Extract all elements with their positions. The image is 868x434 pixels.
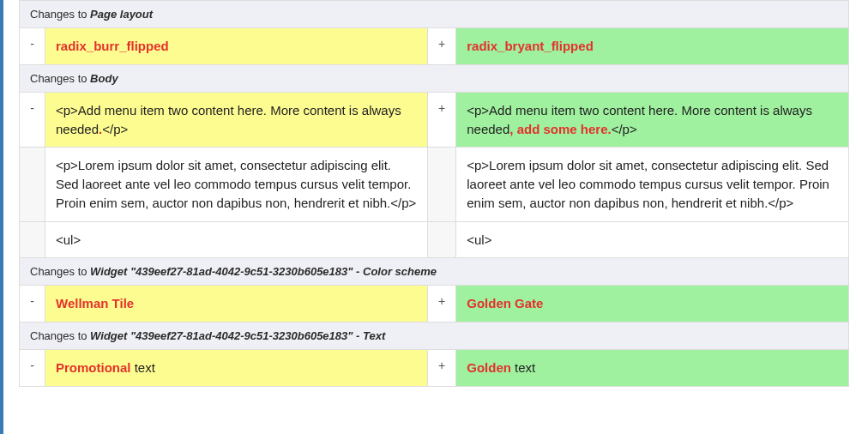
added-text: text	[511, 360, 535, 375]
removed-cell: radix_burr_flipped	[45, 28, 428, 65]
minus-sign: -	[20, 286, 45, 322]
left-accent-strip	[0, 0, 3, 406]
plus-sign: +	[428, 28, 456, 65]
diff-row: - Promotional text + Golden text	[20, 350, 849, 387]
section-title: Widget "439eef27-81ad-4042-9c51-3230b605…	[90, 329, 385, 342]
section-header: Changes to Body	[20, 64, 849, 92]
context-sign	[20, 148, 45, 221]
section-header: Changes to Widget "439eef27-81ad-4042-9c…	[20, 258, 849, 286]
diff-row: - <p>Add menu item two content here. Mor…	[20, 92, 849, 148]
removed-highlight: Promotional	[56, 360, 131, 375]
diff-row: - radix_burr_flipped + radix_bryant_flip…	[20, 28, 849, 65]
minus-sign: -	[20, 92, 45, 148]
plus-sign: +	[428, 286, 456, 322]
removed-cell: Promotional text	[45, 350, 428, 387]
context-sign	[428, 148, 456, 221]
added-cell: Golden text	[456, 350, 849, 387]
section-title: Body	[90, 72, 118, 85]
section-title: Widget "439eef27-81ad-4042-9c51-3230b605…	[90, 265, 437, 278]
removed-text-post: </p>	[102, 122, 128, 136]
removed-highlight: radix_burr_flipped	[56, 39, 169, 53]
minus-sign: -	[20, 28, 45, 65]
section-prefix: Changes to	[30, 72, 90, 85]
section-prefix: Changes to	[30, 8, 90, 21]
removed-highlight: Wellman Tile	[56, 296, 134, 310]
section-header: Changes to Widget "439eef27-81ad-4042-9c…	[20, 322, 849, 350]
section-prefix: Changes to	[30, 265, 90, 278]
context-left: <ul>	[45, 221, 428, 258]
diff-table: Changes to Page layout - radix_burr_flip…	[19, 0, 849, 387]
added-highlight: radix_bryant_flipped	[467, 39, 594, 53]
added-text-post: </p>	[612, 122, 637, 136]
added-highlight: , add some here.	[509, 122, 611, 136]
context-row: <p>Lorem ipsum dolor sit amet, consectet…	[20, 148, 849, 221]
removed-cell: <p>Add menu item two content here. More …	[45, 92, 428, 148]
added-highlight: Golden Gate	[467, 296, 543, 310]
context-right: <p>Lorem ipsum dolor sit amet, consectet…	[456, 148, 849, 221]
section-prefix: Changes to	[30, 329, 90, 342]
added-cell: radix_bryant_flipped	[456, 28, 849, 65]
context-right: <ul>	[456, 221, 849, 258]
minus-sign: -	[20, 350, 45, 387]
context-left: <p>Lorem ipsum dolor sit amet, consectet…	[45, 148, 428, 221]
plus-sign: +	[428, 350, 456, 387]
section-title: Page layout	[90, 8, 153, 21]
context-sign	[428, 221, 456, 258]
context-sign	[20, 221, 45, 258]
added-cell: <p>Add menu item two content here. More …	[456, 92, 849, 148]
diff-row: - Wellman Tile + Golden Gate	[20, 286, 849, 322]
removed-cell: Wellman Tile	[45, 286, 428, 322]
removed-text: text	[131, 360, 155, 375]
section-header: Changes to Page layout	[20, 1, 849, 28]
added-highlight: Golden	[467, 360, 511, 375]
context-row: <ul> <ul>	[20, 221, 849, 258]
diff-container: { "sections": [ { "title_prefix": "Chang…	[0, 0, 868, 406]
plus-sign: +	[428, 92, 456, 148]
added-cell: Golden Gate	[456, 286, 849, 322]
